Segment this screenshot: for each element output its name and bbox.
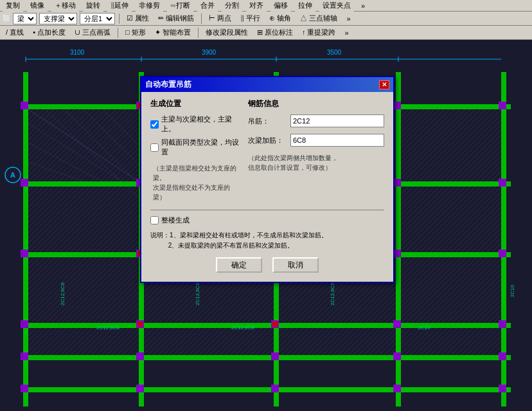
svg-rect-56 bbox=[21, 250, 28, 257]
layer-select[interactable]: 分层1 bbox=[80, 13, 115, 24]
svg-rect-12 bbox=[22, 323, 511, 328]
sub-beam-rebar-input[interactable] bbox=[290, 134, 384, 147]
svg-rect-44 bbox=[279, 328, 396, 355]
dialog-body: 生成位置 主梁与次梁相交，主梁上。 同截面同类型次梁，均设置 （主梁是指梁相交处… bbox=[141, 92, 393, 282]
svg-rect-30 bbox=[28, 109, 139, 181]
break-btn[interactable]: ∽打断 bbox=[167, 0, 193, 12]
toolbar-row2: ⬜ 梁 支撑梁 分层1 ☑ 属性 ✏ 编辑钢筋 ⊢ 两点 ∥ 平行 ⊕ 轴角 △… bbox=[0, 12, 532, 26]
svg-text:2C12,6C8: 2C12,6C8 bbox=[60, 282, 66, 306]
three-aux-btn[interactable]: △ 三点辅轴 bbox=[297, 12, 341, 24]
offset-btn[interactable]: 偏移 bbox=[270, 0, 291, 12]
rotate-btn[interactable]: 旋转 bbox=[83, 0, 103, 12]
svg-rect-81 bbox=[272, 322, 278, 327]
extend-btn[interactable]: ‖延伸 bbox=[107, 0, 132, 12]
svg-rect-61 bbox=[21, 320, 28, 328]
more-btn3[interactable]: » bbox=[342, 28, 352, 38]
copy-btn[interactable]: 复制 bbox=[3, 0, 23, 12]
notes-section: 说明：1、梁和梁相交处有柱或墙时，不生成吊筋和次梁加筋。 2、未提取梁跨的梁不布… bbox=[150, 230, 384, 251]
svg-text:2C12,6C8: 2C12,6C8 bbox=[195, 282, 200, 306]
checkbox1-row: 主梁与次梁相交，主梁上。 bbox=[150, 114, 242, 134]
svg-rect-14 bbox=[22, 387, 511, 392]
checkbox2-label: 同截面同类型次梁，均设置 bbox=[161, 138, 242, 157]
svg-rect-42 bbox=[28, 328, 139, 355]
toolbar-row3: / 直线 • 点加长度 ∪ 三点画弧 □ 矩形 ✦ 智能布置 修改梁段属性 ⊞ … bbox=[0, 26, 532, 40]
cancel-button[interactable]: 取消 bbox=[272, 257, 319, 273]
move-btn[interactable]: ＋移动 bbox=[51, 0, 79, 12]
svg-text:3500: 3500 bbox=[327, 49, 342, 56]
attr-btn[interactable]: ☑ 属性 bbox=[123, 12, 152, 24]
svg-rect-66 bbox=[21, 352, 28, 360]
merge-btn[interactable]: 合并 bbox=[197, 0, 218, 12]
trim-btn[interactable]: 非修剪 bbox=[136, 0, 163, 12]
three-arc-btn[interactable]: ∪ 三点画弧 bbox=[71, 26, 114, 39]
rect-btn[interactable]: □ 矩形 bbox=[122, 26, 149, 39]
grip-btn[interactable]: 设置夹点 bbox=[319, 0, 354, 12]
svg-rect-68 bbox=[271, 352, 279, 360]
svg-text:A: A bbox=[10, 171, 15, 179]
dialog-left-section: 生成位置 主梁与次梁相交，主梁上。 同截面同类型次梁，均设置 （主梁是指梁相交处… bbox=[150, 98, 242, 205]
svg-rect-60 bbox=[499, 250, 506, 257]
stretch-btn[interactable]: 拉伸 bbox=[295, 0, 315, 12]
line-btn[interactable]: / 直线 bbox=[3, 26, 27, 39]
support-select[interactable]: 支撑梁 bbox=[39, 13, 77, 24]
svg-text:2C12,6C8: 2C12,6C8 bbox=[330, 282, 335, 306]
left-section-title: 生成位置 bbox=[150, 98, 242, 109]
svg-rect-73 bbox=[271, 385, 279, 392]
dialog-titlebar: 自动布置吊筋 ✕ bbox=[141, 77, 393, 92]
dialog-columns: 生成位置 主梁与次梁相交，主梁上。 同截面同类型次梁，均设置 （主梁是指梁相交处… bbox=[150, 98, 384, 205]
svg-rect-75 bbox=[499, 385, 506, 392]
smart-layout-btn[interactable]: ✦ 智能布置 bbox=[152, 26, 194, 39]
right-section-title: 钢筋信息 bbox=[248, 98, 384, 109]
hanging-rebar-input[interactable] bbox=[290, 114, 384, 127]
svg-rect-80 bbox=[137, 322, 143, 327]
svg-text:3900: 3900 bbox=[202, 49, 217, 56]
sub-beam-rebar-row: 次梁加筋： bbox=[248, 134, 384, 147]
same-section-checkbox[interactable] bbox=[150, 143, 159, 152]
svg-rect-34 bbox=[28, 187, 139, 252]
ok-button[interactable]: 确定 bbox=[216, 257, 262, 273]
svg-rect-74 bbox=[393, 385, 401, 392]
svg-rect-65 bbox=[499, 320, 506, 328]
svg-rect-38 bbox=[28, 257, 139, 323]
sep2 bbox=[201, 14, 202, 24]
beam-select[interactable]: 梁 bbox=[13, 13, 37, 24]
more-btn[interactable]: » bbox=[358, 1, 368, 11]
rebar-note: （此处指次梁两侧共增加数量，信息取自计算设置，可修改） bbox=[248, 153, 384, 172]
axis-btn[interactable]: ⊕ 轴角 bbox=[266, 12, 294, 24]
modify-prop-btn[interactable]: 修改梁段属性 bbox=[202, 26, 251, 39]
parallel-btn[interactable]: ∥ 平行 bbox=[237, 12, 263, 24]
checkbox1-label: 主梁与次梁相交，主梁上。 bbox=[161, 114, 242, 134]
svg-rect-33 bbox=[401, 109, 501, 181]
align-btn[interactable]: 对齐 bbox=[246, 0, 267, 12]
origin-mark-btn[interactable]: ⊞ 原位标注 bbox=[254, 26, 296, 39]
hanging-rebar-row: 吊筋： bbox=[248, 114, 384, 127]
svg-rect-71 bbox=[21, 385, 28, 392]
sep3 bbox=[118, 28, 118, 38]
sep1 bbox=[119, 14, 120, 24]
dialog-close-button[interactable]: ✕ bbox=[379, 80, 389, 89]
mirror-btn[interactable]: 镜像 bbox=[27, 0, 48, 12]
svg-rect-41 bbox=[401, 257, 501, 323]
whole-floor-label: 整楼生成 bbox=[161, 215, 190, 225]
beam-definition-note: （主梁是指梁相交处为支座的梁。次梁是指相交处不为支座的梁） bbox=[150, 161, 242, 205]
split-btn[interactable]: 分割 bbox=[222, 0, 242, 12]
svg-rect-64 bbox=[393, 320, 401, 328]
whole-floor-checkbox[interactable] bbox=[150, 216, 159, 224]
hanging-rebar-label: 吊筋： bbox=[248, 116, 287, 126]
svg-rect-13 bbox=[22, 355, 511, 360]
svg-rect-72 bbox=[136, 385, 144, 392]
whole-floor-row: 整楼生成 bbox=[150, 215, 384, 225]
lift-beam-btn[interactable]: ↑ 重提梁跨 bbox=[299, 26, 339, 39]
dialog-title: 自动布置吊筋 bbox=[145, 79, 191, 90]
svg-rect-43 bbox=[144, 328, 274, 355]
svg-text:2C12,6C8: 2C12,6C8 bbox=[231, 325, 255, 331]
svg-rect-67 bbox=[136, 352, 144, 360]
two-point-btn[interactable]: ⊢ 两点 bbox=[206, 12, 235, 24]
edit-rebar-btn[interactable]: ✏ 编辑钢筋 bbox=[155, 12, 197, 24]
svg-rect-46 bbox=[21, 102, 28, 109]
svg-rect-51 bbox=[21, 179, 28, 187]
point-grow-btn[interactable]: • 点加长度 bbox=[30, 26, 69, 39]
svg-text:2C12,6C8: 2C12,6C8 bbox=[96, 325, 120, 331]
more-btn2[interactable]: » bbox=[343, 14, 353, 24]
main-secondary-beam-checkbox[interactable] bbox=[150, 120, 159, 129]
